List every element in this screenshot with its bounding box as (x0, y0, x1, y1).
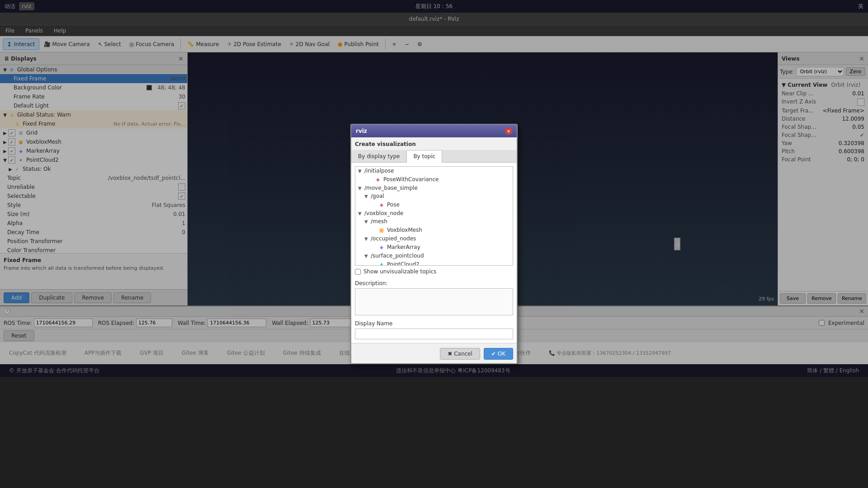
initialpose-expand[interactable]: ▼ (358, 169, 363, 174)
show-unvisualizable-row: Show unvisualizable topics (355, 266, 513, 277)
topic-move-base[interactable]: ▼ /move_base_simple (355, 184, 513, 192)
display-name-input[interactable] (355, 328, 513, 339)
show-unvisualizable-checkbox[interactable] (355, 269, 361, 275)
move-base-expand[interactable]: ▼ (358, 186, 363, 191)
voxblox-node-expand[interactable]: ▼ (358, 211, 363, 216)
surface-pc-expand[interactable]: ▼ (364, 253, 370, 258)
display-name-label: Display Name (355, 320, 513, 327)
topic-initialpose[interactable]: ▼ /initialpose (355, 167, 513, 175)
display-name-section: Display Name (355, 320, 513, 339)
pose-cov-icon: ◈ (374, 176, 382, 183)
pose-icon: ◈ (378, 201, 385, 208)
topic-voxblox-mesh[interactable]: ▦ VoxbloxMesh (355, 225, 513, 235)
topic-pose-with-cov[interactable]: ◈ PoseWithCovariance (355, 175, 513, 184)
tab-by-topic[interactable]: By topic (406, 150, 442, 163)
dialog-title-bar: rviz ✕ (351, 125, 517, 137)
topic-surface-pc2[interactable]: ✦ PointCloud2 (355, 260, 513, 266)
topic-tree: ▼ /initialpose ◈ PoseWithCovariance ▼ /m… (355, 166, 513, 266)
description-section: Description: (355, 280, 513, 317)
ok-button[interactable]: ✔ OK (484, 348, 513, 360)
tab-by-display-type[interactable]: By display type (351, 150, 406, 162)
goal-expand[interactable]: ▼ (364, 194, 370, 199)
topic-surface-pc[interactable]: ▼ /surface_pointcloud (355, 252, 513, 260)
dialog-overlay: rviz ✕ Create visualization By display t… (0, 0, 868, 488)
occupied-expand[interactable]: ▼ (364, 236, 370, 241)
mesh-expand[interactable]: ▼ (364, 219, 370, 224)
topic-voxblox-node[interactable]: ▼ /voxblox_node (355, 209, 513, 217)
marker-array-d-icon: ◈ (378, 244, 385, 251)
create-visualization-dialog: rviz ✕ Create visualization By display t… (350, 124, 518, 364)
dialog-close-button[interactable]: ✕ (505, 127, 512, 135)
topic-marker-array[interactable]: ◈ MarkerArray (355, 243, 513, 252)
show-unvisualizable-label: Show unvisualizable topics (363, 268, 436, 275)
dialog-tabs: By display type By topic (351, 150, 517, 163)
topic-goal[interactable]: ▼ /goal (355, 192, 513, 200)
topic-pose[interactable]: ◈ Pose (355, 200, 513, 209)
surface-pc2-icon: ✦ (378, 261, 385, 266)
voxblox-mesh-d-icon: ▦ (378, 226, 385, 234)
dialog-title-text: rviz (356, 128, 367, 134)
cancel-button[interactable]: ✖ Cancel (440, 348, 480, 360)
create-visualization-label: Create visualization (355, 141, 513, 147)
topic-mesh[interactable]: ▼ /mesh (355, 217, 513, 225)
description-textarea (355, 288, 513, 315)
dialog-content: ▼ /initialpose ◈ PoseWithCovariance ▼ /m… (351, 163, 517, 343)
dialog-buttons: ✖ Cancel ✔ OK (351, 343, 517, 363)
description-label: Description: (355, 280, 513, 286)
topic-occupied-nodes[interactable]: ▼ /occupied_nodes (355, 235, 513, 243)
